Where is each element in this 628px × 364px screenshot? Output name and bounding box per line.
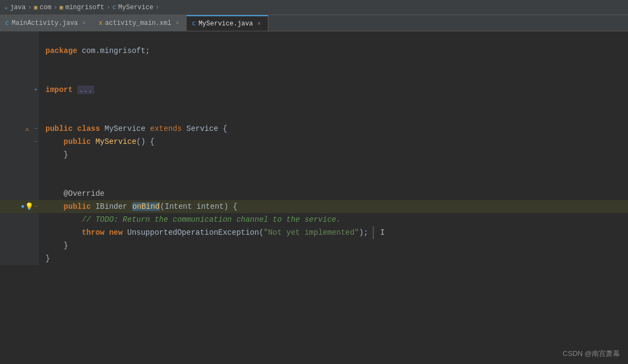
tab-close-activitymain[interactable]: ×: [174, 19, 181, 27]
breadcrumb-myservice[interactable]: C MyService: [113, 4, 153, 11]
watermark: CSDN @南宫萧幕: [563, 349, 620, 359]
warning-icon: ⚠: [25, 125, 29, 133]
code-line-package: package com.mingrisoft;: [0, 44, 628, 57]
code-line-onbind: ● 💡 − public IBinder onBind(Intent inten…: [0, 200, 628, 213]
code-line-override: @Override: [0, 187, 628, 200]
tab-icon-activitymain: X: [99, 20, 103, 27]
breadcrumb-java[interactable]: ☕ java: [4, 4, 25, 11]
breadcrumb: ☕ java › ▣ com › ▣ mingrisoft › C MyServ…: [0, 0, 628, 15]
override-icon: ●: [21, 203, 24, 210]
class-icon: C: [113, 4, 116, 11]
code-line-constructor: − public MyService() {: [0, 135, 628, 148]
breadcrumb-com[interactable]: ▣ com: [34, 4, 51, 11]
folder-icon-1: ▣: [34, 4, 38, 11]
editor-container: package com.mingrisoft; + import ...: [0, 31, 628, 364]
code-line-7: [0, 109, 628, 122]
breadcrumb-sep-2: ›: [54, 4, 57, 11]
code-line-4: [0, 70, 628, 83]
tabs-bar: C MainActivity.java × X activity_main.xm…: [0, 15, 628, 31]
code-line-throw: throw new UnsupportedOperationException(…: [0, 226, 628, 239]
tab-label-mainactivity: MainActivity.java: [12, 19, 78, 27]
breadcrumb-sep-4: ›: [155, 4, 159, 11]
breadcrumb-mingrisoft[interactable]: ▣ mingrisoft: [60, 4, 104, 11]
code-line-todo: // TODO: Return the communication channe…: [0, 213, 628, 226]
code-line-11: [0, 161, 628, 174]
folder-icon-2: ▣: [60, 4, 63, 11]
code-line-6: [0, 96, 628, 109]
code-line-3: [0, 57, 628, 70]
java-icon: ☕: [4, 4, 8, 11]
tab-activitymain[interactable]: X activity_main.xml ×: [94, 15, 187, 31]
code-line-class-decl: ⚠ − public class MyService extends Servi…: [0, 122, 628, 135]
tab-mainactivity[interactable]: C MainActivity.java ×: [0, 15, 94, 31]
tab-icon-myservice: C: [192, 21, 196, 27]
code-line-12: [0, 174, 628, 187]
tab-icon-mainactivity: C: [5, 20, 9, 27]
tab-label-activitymain: activity_main.xml: [105, 19, 171, 27]
breadcrumb-sep-3: ›: [107, 4, 110, 11]
code-line-import: + import ...: [0, 83, 628, 96]
code-line-1: [0, 31, 628, 44]
tab-close-myservice[interactable]: ×: [256, 20, 263, 28]
tab-label-myservice: MyService.java: [199, 20, 253, 28]
code-area[interactable]: package com.mingrisoft; + import ...: [0, 31, 628, 364]
code-line-method-end: }: [0, 239, 628, 252]
breadcrumb-sep-1: ›: [28, 4, 31, 11]
tab-myservice[interactable]: C MyService.java ×: [187, 15, 268, 31]
code-line-class-end: }: [0, 252, 628, 265]
code-line-constructor-end: }: [0, 148, 628, 161]
tab-close-mainactivity[interactable]: ×: [81, 19, 88, 27]
